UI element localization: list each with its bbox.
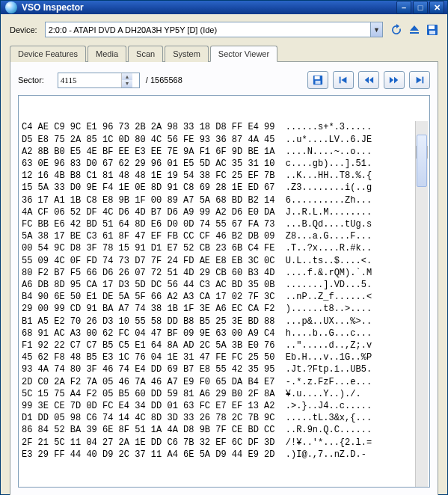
sector-label: Sector: <box>18 76 44 84</box>
first-sector-button[interactable] <box>333 71 354 89</box>
nav-buttons <box>307 71 430 89</box>
close-window-button[interactable]: ✕ <box>429 1 444 14</box>
next-icon <box>389 75 399 85</box>
hex-scrollbar[interactable]: ▲ ▼ <box>415 121 428 487</box>
device-combo[interactable]: 2:0:0 - ATAPI DVD A DH20A3H YP5Y [D] (Id… <box>45 22 383 37</box>
refresh-button[interactable] <box>390 24 402 36</box>
svg-rect-6 <box>316 81 321 84</box>
svg-rect-0 <box>410 32 419 34</box>
save-sector-button[interactable] <box>307 71 328 89</box>
svg-rect-5 <box>315 76 320 79</box>
client-area: Device: 2:0:0 - ATAPI DVD A DH20A3H YP5Y… <box>1 14 447 495</box>
maximize-icon: □ <box>418 3 423 12</box>
tab-scan[interactable]: Scan <box>128 46 163 62</box>
hex-viewer: C4 AE C9 9C E1 96 73 2B 2A 98 33 18 D8 F… <box>18 95 430 488</box>
eject-button[interactable] <box>408 24 420 36</box>
sector-total: / 1565568 <box>146 76 182 84</box>
save-sector-icon <box>313 75 323 85</box>
last-sector-button[interactable] <box>409 71 430 89</box>
tab-system[interactable]: System <box>165 46 209 62</box>
sector-spinner[interactable]: ▲ ▼ <box>58 73 140 88</box>
device-value: 2:0:0 - ATAPI DVD A DH20A3H YP5Y [D] (Id… <box>49 25 370 34</box>
first-icon <box>338 75 349 85</box>
tab-sector-viewer[interactable]: Sector Viewer <box>210 46 277 62</box>
svg-rect-7 <box>340 77 341 84</box>
window-title: VSO Inspector <box>22 2 84 13</box>
app-window: VSO Inspector – □ ✕ Device: 2:0:0 - ATAP… <box>0 0 448 495</box>
sector-input[interactable] <box>58 73 121 87</box>
svg-rect-8 <box>423 77 424 84</box>
app-icon <box>5 1 17 13</box>
scroll-thumb[interactable] <box>417 135 427 187</box>
combo-drop-icon[interactable]: ▼ <box>370 22 382 37</box>
spin-down[interactable]: ▼ <box>122 80 132 87</box>
sector-viewer-panel: Sector: ▲ ▼ / 1565568 <box>10 62 438 495</box>
svg-rect-2 <box>429 25 435 29</box>
spin-buttons: ▲ ▼ <box>121 73 132 87</box>
tab-device-features[interactable]: Device Features <box>10 46 86 62</box>
tab-media[interactable]: Media <box>88 46 126 62</box>
hex-text: C4 AE C9 9C E1 96 73 2B 2A 98 33 18 D8 F… <box>22 121 415 487</box>
minimize-button[interactable]: – <box>396 1 411 14</box>
prev-sector-button[interactable] <box>358 71 379 89</box>
minimize-icon: – <box>402 3 406 12</box>
last-icon <box>414 75 425 85</box>
next-sector-button[interactable] <box>384 71 405 89</box>
device-row: Device: 2:0:0 - ATAPI DVD A DH20A3H YP5Y… <box>10 22 438 37</box>
tabs: Device Features Media Scan System Sector… <box>10 45 438 62</box>
titlebar: VSO Inspector – □ ✕ <box>1 1 447 14</box>
save-button[interactable] <box>426 24 438 36</box>
device-label: Device: <box>10 25 37 34</box>
sector-row: Sector: ▲ ▼ / 1565568 <box>18 71 430 89</box>
spin-up[interactable]: ▲ <box>122 73 132 81</box>
maximize-button[interactable]: □ <box>413 1 428 14</box>
svg-rect-3 <box>429 31 435 34</box>
close-icon: ✕ <box>434 3 441 13</box>
prev-icon <box>363 75 374 85</box>
